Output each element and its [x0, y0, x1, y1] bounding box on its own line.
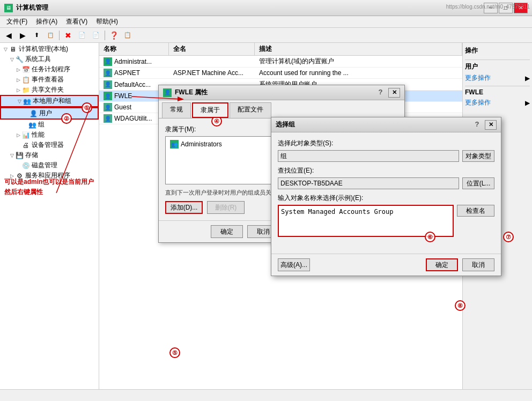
tree-item-device[interactable]: 🖨 设备管理器 — [0, 140, 99, 150]
minimize-button[interactable]: ─ — [484, 3, 498, 13]
fwle-dialog-icon: 👤 — [163, 88, 172, 97]
menu-view[interactable]: 查看(V) — [62, 16, 92, 27]
tree-toggle-perf[interactable]: ▷ — [15, 132, 21, 138]
tree-toggle-shared[interactable]: ▷ — [15, 87, 21, 93]
disk-icon: 💿 — [21, 161, 30, 170]
sg-title: 选择组 — [276, 120, 295, 129]
tab-general[interactable]: 常规 — [162, 102, 191, 118]
col-name[interactable]: 名称 — [99, 43, 169, 55]
refresh-button[interactable]: 📄 — [90, 29, 102, 41]
tree-toggle-local[interactable]: ▽ — [16, 99, 23, 104]
fwle-ok-btn[interactable]: 确定 — [211, 225, 243, 238]
tree-toggle-storage[interactable]: ▽ — [9, 153, 15, 158]
tree-item-groups[interactable]: 👥 组 — [0, 120, 99, 130]
fwle-question-btn[interactable]: ? — [378, 88, 382, 98]
sg-object-name-input[interactable]: System Managed Accounts Group — [278, 205, 454, 237]
col-fullname[interactable]: 全名 — [169, 43, 255, 55]
toolbar-sep2 — [105, 31, 105, 40]
tab-profile[interactable]: 配置文件 — [230, 102, 271, 118]
local-users-icon: 👥 — [23, 97, 31, 106]
tree-toggle-computer[interactable]: ▽ — [2, 47, 9, 52]
maximize-button[interactable]: □ — [499, 3, 513, 13]
tree-item-services[interactable]: ▷ ⚙ 服务和应用程序 — [0, 170, 99, 181]
help-toolbar-button[interactable]: ❓ — [107, 29, 120, 41]
sg-cancel-btn[interactable]: 取消 — [462, 258, 494, 271]
guest-icon: 👤 — [104, 103, 112, 112]
sg-ok-btn[interactable]: 确定 — [426, 258, 458, 271]
menu-help[interactable]: 帮助(H) — [92, 16, 122, 27]
back-button[interactable]: ◀ — [2, 29, 15, 41]
tree-toggle-event[interactable]: ▷ — [15, 77, 21, 83]
tree-item-system-tools[interactable]: ▽ 🔧 系统工具 — [0, 54, 99, 64]
tab-member-of[interactable]: 隶属于 — [192, 102, 228, 118]
wdag-icon: 👤 — [104, 114, 112, 123]
right-panel-title: 操作 — [465, 45, 530, 57]
properties-button[interactable]: 📄 — [76, 29, 88, 41]
performance-icon: 📊 — [21, 131, 30, 139]
sg-close-btn[interactable]: ✕ — [485, 120, 497, 130]
sg-object-type-btn[interactable]: 对象类型 — [462, 150, 494, 162]
tree-item-disk[interactable]: 💿 磁盘管理 — [0, 160, 99, 170]
table-row[interactable]: 👤 ASPNET ASP.NET Machine Acc... Account … — [99, 68, 462, 79]
toolbar-sep1 — [59, 31, 60, 40]
sg-location-btn[interactable]: 位置(L... — [462, 177, 494, 189]
row-name-guest: Guest — [114, 103, 131, 111]
tree-item-local-users[interactable]: ▽ 👥 本地用户和组 — [0, 95, 99, 107]
sg-object-type-label: 选择此对象类型(S): — [278, 139, 494, 148]
sg-check-names-btn[interactable]: 检查名 — [457, 205, 494, 217]
up-button[interactable]: ⬆ — [30, 29, 43, 41]
tree-toggle-system[interactable]: ▽ — [9, 57, 15, 62]
sg-field-area: System Managed Accounts Group — [278, 205, 454, 239]
fwle-dialog-titlebar: 👤 FWLE 属性 ? ✕ — [159, 85, 404, 100]
row-fullname-admin — [169, 61, 255, 63]
close-button[interactable]: ✕ — [514, 3, 528, 13]
tree-item-users[interactable]: 👤 用户 — [0, 107, 99, 120]
delete-button[interactable]: ✖ — [62, 29, 75, 41]
tree-label-users: 用户 — [39, 109, 52, 118]
sg-input-label: 输入对象名称来选择(示例)(E): — [278, 194, 494, 203]
row-desc-admin: 管理计算机(域)的内置账户 — [255, 56, 462, 67]
tree-item-computer[interactable]: ▽ 🖥 计算机管理(本地) — [0, 44, 99, 54]
task-icon: 📅 — [21, 65, 30, 74]
tree-label-local-users: 本地用户和组 — [33, 96, 71, 106]
tree-label-groups: 组 — [38, 120, 45, 129]
admin-group-icon: 👥 — [170, 140, 179, 148]
users-icon: 👤 — [29, 109, 38, 118]
tree-item-event[interactable]: ▷ 📋 事件查看器 — [0, 75, 99, 85]
menu-file[interactable]: 文件(F) — [2, 16, 32, 27]
tree-item-performance[interactable]: ▷ 📊 性能 — [0, 130, 99, 140]
tree-toggle-services[interactable]: ▷ — [9, 173, 15, 179]
row-name-wdag: WDAGUtilit... — [114, 115, 152, 122]
add-button[interactable]: 添加(D)... — [165, 201, 203, 214]
forward-button[interactable]: ▶ — [16, 29, 29, 41]
tree-item-storage[interactable]: ▽ 💾 存储 — [0, 150, 99, 160]
fwle-icon: 👤 — [104, 92, 112, 100]
admin-icon: 👤 — [104, 57, 112, 66]
table-row[interactable]: 👤 Administrat... 管理计算机(域)的内置账户 — [99, 56, 462, 68]
row-name-admin: Administrat... — [114, 58, 152, 65]
sg-location-input — [278, 177, 459, 189]
export-button[interactable]: 📋 — [121, 29, 134, 41]
more-actions-fwle[interactable]: 更多操作 — [465, 97, 491, 108]
remove-button[interactable]: 删除(R) — [207, 201, 245, 214]
more-actions-users[interactable]: 更多操作 — [465, 72, 491, 84]
admin-group-label: Administrators — [181, 140, 222, 148]
computer-icon: 🖥 — [9, 45, 17, 54]
arrow-icon-1: ▶ — [525, 75, 530, 82]
col-desc[interactable]: 描述 — [255, 43, 462, 55]
storage-icon: 💾 — [15, 151, 24, 160]
arrow-icon-2: ▶ — [525, 99, 530, 107]
tree-item-shared[interactable]: ▷ 📁 共享文件夹 — [0, 85, 99, 95]
sg-advanced-btn[interactable]: 高级(A)... — [278, 258, 310, 271]
sg-question-btn[interactable]: ? — [475, 120, 479, 130]
tree-toggle-task[interactable]: ▷ — [15, 67, 21, 72]
tree-item-task[interactable]: ▷ 📅 任务计划程序 — [0, 64, 99, 75]
row-desc-aspnet: Account used for running the ... — [255, 68, 462, 78]
fwle-close-btn[interactable]: ✕ — [388, 88, 400, 98]
fwle-dialog-title: FWLE 属性 — [175, 88, 208, 97]
sg-location-label: 查找位置(E): — [278, 166, 494, 175]
menu-action[interactable]: 操作(A) — [32, 16, 62, 27]
tree-label-event: 事件查看器 — [32, 75, 64, 84]
show-hide-button[interactable]: 📋 — [44, 29, 57, 41]
system-tools-icon: 🔧 — [15, 55, 24, 64]
